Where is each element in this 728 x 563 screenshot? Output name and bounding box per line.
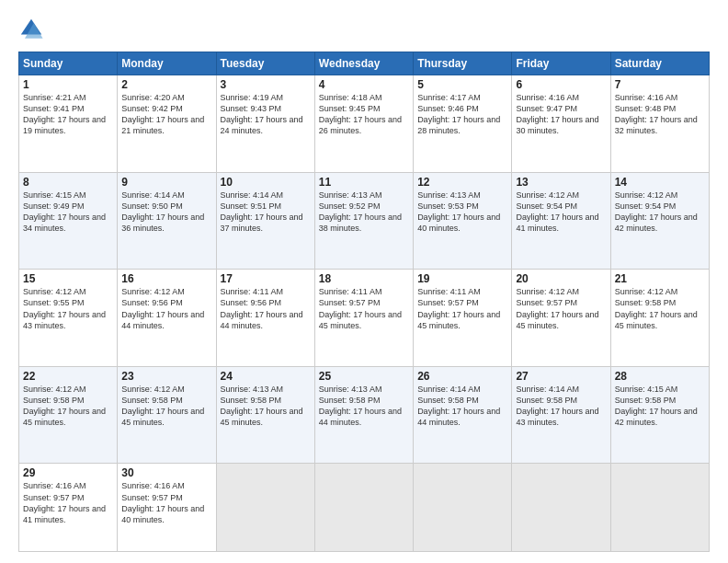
cell-sun-info: Sunrise: 4:16 AMSunset: 9:47 PMDaylight:… [516,92,606,137]
weekday-header-thursday: Thursday [414,52,512,75]
logo-icon [18,17,44,42]
calendar-week-3: 15Sunrise: 4:12 AMSunset: 9:55 PMDayligh… [19,270,710,367]
calendar-cell: 7Sunrise: 4:16 AMSunset: 9:48 PMDaylight… [610,75,709,173]
day-number: 13 [516,176,606,189]
calendar-cell [314,464,413,552]
cell-sun-info: Sunrise: 4:13 AMSunset: 9:58 PMDaylight:… [221,384,311,429]
day-number: 3 [221,78,311,91]
day-number: 4 [319,78,409,91]
day-number: 23 [121,370,211,383]
cell-sun-info: Sunrise: 4:14 AMSunset: 9:50 PMDaylight:… [121,190,211,235]
cell-sun-info: Sunrise: 4:15 AMSunset: 9:58 PMDaylight:… [615,384,705,429]
calendar-week-5: 29Sunrise: 4:16 AMSunset: 9:57 PMDayligh… [19,464,710,552]
calendar-cell: 2Sunrise: 4:20 AMSunset: 9:42 PMDaylight… [118,75,216,173]
day-number: 24 [221,370,311,383]
day-number: 25 [319,370,409,383]
calendar-cell: 6Sunrise: 4:16 AMSunset: 9:47 PMDaylight… [512,75,610,173]
calendar-cell [610,464,709,552]
calendar-cell [216,464,314,552]
day-number: 18 [319,272,409,285]
cell-sun-info: Sunrise: 4:16 AMSunset: 9:57 PMDaylight:… [121,480,211,525]
day-number: 21 [615,272,705,285]
calendar-cell: 27Sunrise: 4:14 AMSunset: 9:58 PMDayligh… [512,366,610,464]
calendar-cell: 26Sunrise: 4:14 AMSunset: 9:58 PMDayligh… [414,366,512,464]
day-number: 1 [23,78,113,91]
calendar-cell: 15Sunrise: 4:12 AMSunset: 9:55 PMDayligh… [19,270,118,367]
cell-sun-info: Sunrise: 4:13 AMSunset: 9:52 PMDaylight:… [319,190,409,235]
cell-sun-info: Sunrise: 4:11 AMSunset: 9:57 PMDaylight:… [417,286,507,331]
calendar-cell: 13Sunrise: 4:12 AMSunset: 9:54 PMDayligh… [512,172,610,270]
cell-sun-info: Sunrise: 4:14 AMSunset: 9:58 PMDaylight:… [417,384,507,429]
calendar-cell [512,464,610,552]
cell-sun-info: Sunrise: 4:20 AMSunset: 9:42 PMDaylight:… [121,92,211,137]
cell-sun-info: Sunrise: 4:14 AMSunset: 9:51 PMDaylight:… [221,190,311,235]
calendar-cell: 24Sunrise: 4:13 AMSunset: 9:58 PMDayligh… [216,366,314,464]
calendar-cell: 18Sunrise: 4:11 AMSunset: 9:57 PMDayligh… [314,270,413,367]
day-number: 2 [121,78,211,91]
day-number: 11 [319,176,409,189]
weekday-header-saturday: Saturday [610,52,709,75]
calendar-cell: 23Sunrise: 4:12 AMSunset: 9:58 PMDayligh… [118,366,216,464]
calendar-cell: 9Sunrise: 4:14 AMSunset: 9:50 PMDaylight… [118,172,216,270]
weekday-header-monday: Monday [118,52,216,75]
cell-sun-info: Sunrise: 4:17 AMSunset: 9:46 PMDaylight:… [417,92,507,137]
calendar-cell: 8Sunrise: 4:15 AMSunset: 9:49 PMDaylight… [19,172,118,270]
cell-sun-info: Sunrise: 4:14 AMSunset: 9:58 PMDaylight:… [516,384,606,429]
day-number: 26 [417,370,507,383]
calendar-cell: 21Sunrise: 4:12 AMSunset: 9:58 PMDayligh… [610,270,709,367]
calendar-week-2: 8Sunrise: 4:15 AMSunset: 9:49 PMDaylight… [19,172,710,270]
weekday-header-wednesday: Wednesday [314,52,413,75]
header [18,17,710,42]
weekday-header-sunday: Sunday [19,52,118,75]
cell-sun-info: Sunrise: 4:12 AMSunset: 9:58 PMDaylight:… [23,384,113,429]
cell-sun-info: Sunrise: 4:16 AMSunset: 9:57 PMDaylight:… [23,480,113,525]
calendar-cell: 20Sunrise: 4:12 AMSunset: 9:57 PMDayligh… [512,270,610,367]
calendar-cell: 16Sunrise: 4:12 AMSunset: 9:56 PMDayligh… [118,270,216,367]
calendar-cell: 12Sunrise: 4:13 AMSunset: 9:53 PMDayligh… [414,172,512,270]
calendar-cell: 25Sunrise: 4:13 AMSunset: 9:58 PMDayligh… [314,366,413,464]
day-number: 30 [121,466,211,479]
day-number: 27 [516,370,606,383]
calendar-cell: 4Sunrise: 4:18 AMSunset: 9:45 PMDaylight… [314,75,413,173]
cell-sun-info: Sunrise: 4:12 AMSunset: 9:57 PMDaylight:… [516,286,606,331]
day-number: 22 [23,370,113,383]
page: SundayMondayTuesdayWednesdayThursdayFrid… [0,0,728,563]
cell-sun-info: Sunrise: 4:12 AMSunset: 9:54 PMDaylight:… [615,190,705,235]
calendar-cell [414,464,512,552]
day-number: 5 [417,78,507,91]
weekday-header-friday: Friday [512,52,610,75]
calendar-cell: 28Sunrise: 4:15 AMSunset: 9:58 PMDayligh… [610,366,709,464]
logo [18,17,48,42]
day-number: 9 [121,176,211,189]
calendar-cell: 10Sunrise: 4:14 AMSunset: 9:51 PMDayligh… [216,172,314,270]
calendar-table: SundayMondayTuesdayWednesdayThursdayFrid… [18,52,710,552]
day-number: 10 [221,176,311,189]
calendar-week-4: 22Sunrise: 4:12 AMSunset: 9:58 PMDayligh… [19,366,710,464]
calendar-cell: 22Sunrise: 4:12 AMSunset: 9:58 PMDayligh… [19,366,118,464]
day-number: 17 [221,272,311,285]
calendar-cell: 1Sunrise: 4:21 AMSunset: 9:41 PMDaylight… [19,75,118,173]
cell-sun-info: Sunrise: 4:11 AMSunset: 9:57 PMDaylight:… [319,286,409,331]
cell-sun-info: Sunrise: 4:11 AMSunset: 9:56 PMDaylight:… [221,286,311,331]
day-number: 8 [23,176,113,189]
day-number: 7 [615,78,705,91]
day-number: 15 [23,272,113,285]
cell-sun-info: Sunrise: 4:12 AMSunset: 9:58 PMDaylight:… [121,384,211,429]
weekday-header-tuesday: Tuesday [216,52,314,75]
calendar-cell: 17Sunrise: 4:11 AMSunset: 9:56 PMDayligh… [216,270,314,367]
calendar-cell: 19Sunrise: 4:11 AMSunset: 9:57 PMDayligh… [414,270,512,367]
calendar-cell: 30Sunrise: 4:16 AMSunset: 9:57 PMDayligh… [118,464,216,552]
cell-sun-info: Sunrise: 4:15 AMSunset: 9:49 PMDaylight:… [23,190,113,235]
calendar-cell: 5Sunrise: 4:17 AMSunset: 9:46 PMDaylight… [414,75,512,173]
cell-sun-info: Sunrise: 4:13 AMSunset: 9:58 PMDaylight:… [319,384,409,429]
cell-sun-info: Sunrise: 4:19 AMSunset: 9:43 PMDaylight:… [221,92,311,137]
calendar-cell: 11Sunrise: 4:13 AMSunset: 9:52 PMDayligh… [314,172,413,270]
day-number: 28 [615,370,705,383]
day-number: 16 [121,272,211,285]
cell-sun-info: Sunrise: 4:12 AMSunset: 9:54 PMDaylight:… [516,190,606,235]
calendar-cell: 3Sunrise: 4:19 AMSunset: 9:43 PMDaylight… [216,75,314,173]
day-number: 6 [516,78,606,91]
day-number: 19 [417,272,507,285]
weekday-header-row: SundayMondayTuesdayWednesdayThursdayFrid… [19,52,710,75]
day-number: 14 [615,176,705,189]
